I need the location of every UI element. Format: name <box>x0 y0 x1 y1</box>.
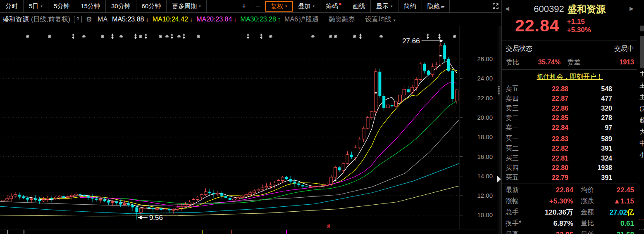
partial-glyph: 中 <box>639 139 644 147</box>
change-amount: +1.15 <box>567 18 591 26</box>
updown-marker-icon <box>72 33 74 39</box>
status-label: 交易状态 <box>502 45 532 53</box>
tool-button-隐藏[interactable]: 隐藏▸▸ <box>422 0 450 12</box>
partial-glyph: 主 <box>639 70 644 78</box>
stat-label: 涨幅 <box>502 197 532 206</box>
gear-icon[interactable]: ⚙ <box>86 15 92 24</box>
tool-button-画线[interactable]: 画线 <box>347 0 371 12</box>
period-button-4[interactable]: 15分钟 <box>75 0 106 12</box>
period-button-7[interactable]: 更多周期▾ <box>167 0 207 12</box>
help-icon[interactable]: ? <box>74 16 82 23</box>
sell-row[interactable]: 卖五22.88548 <box>502 84 637 94</box>
section-divider <box>502 184 637 184</box>
star-marker-icon <box>353 35 356 38</box>
order-volume: 477 <box>568 95 612 102</box>
stat-label: 总手 <box>502 208 532 217</box>
updown-marker-icon <box>183 33 185 39</box>
sell-row[interactable]: 卖三22.86320 <box>502 104 637 113</box>
tool-button-简约[interactable]: 简约 <box>398 0 422 12</box>
order-price: 22.80 <box>527 164 568 172</box>
buy-row[interactable]: 买三22.81324 <box>502 154 637 163</box>
buy-row[interactable]: 买四22.801938 <box>502 163 637 173</box>
buy-row[interactable]: 买五22.79391 <box>502 173 637 183</box>
ma-value-2: MA10:24.42 ↓ <box>153 16 193 23</box>
ma-value-4: MA30:23.28 ↑ <box>241 16 281 23</box>
stat-value-suffix: 亿 <box>627 208 634 216</box>
star-marker-icon <box>101 35 104 38</box>
panel-splitter[interactable] <box>497 13 501 234</box>
stat-value: 22.95 <box>532 231 573 234</box>
zoom-in-button[interactable]: + <box>237 0 251 12</box>
star-marker-icon <box>165 35 169 38</box>
period-button-1[interactable]: 分时 <box>0 0 24 12</box>
order-price: 22.88 <box>527 85 568 93</box>
order-volume: 548 <box>568 85 612 93</box>
period-button-3[interactable]: 5分钟 <box>48 0 75 12</box>
order-price: 22.81 <box>527 155 568 162</box>
period-button-2[interactable]: 5日▾ <box>24 0 48 12</box>
star-marker-icon <box>379 35 383 38</box>
symbol-name: 盛和资源 <box>2 15 29 24</box>
star-marker-icon <box>159 35 162 38</box>
tool-button-叠加-label: 叠加 <box>298 2 311 10</box>
hgt-link[interactable]: 沪股通 <box>299 15 319 24</box>
margin-link[interactable]: 融资融券 <box>329 15 355 24</box>
stat-label: 涨跌 <box>581 197 606 206</box>
divider <box>502 55 637 55</box>
buy-row[interactable]: 买一22.83589 <box>502 134 637 144</box>
tool-button-筹码[interactable]: 筹码 <box>320 0 347 12</box>
period-button-5[interactable]: 30分钟 <box>106 0 136 12</box>
quote-panel: ◀ ▶ 600392 盛和资源 22.84 +1.15 +5.30% 交易状态 … <box>501 0 637 234</box>
sell-queue: 卖五22.88548卖四22.87477卖三22.86320卖二22.85278… <box>502 84 637 133</box>
partial-glyph: 主 <box>639 93 644 101</box>
star-marker-icon <box>311 35 315 38</box>
low-annotation: 9.56 <box>138 214 163 222</box>
partial-button <box>640 36 644 68</box>
open-account-link[interactable]: 抓住机会，即刻开户！ <box>537 73 603 81</box>
order-price: 22.83 <box>527 135 568 143</box>
stat-label: 最高 <box>502 230 532 234</box>
axis-tick-label: 10.00 <box>465 211 493 218</box>
splitter-grip[interactable] <box>498 85 501 95</box>
weibi-value: 35.74% <box>524 59 561 66</box>
caret-down-icon: ▾ <box>391 4 393 8</box>
order-label: 卖五 <box>502 85 527 93</box>
fundflow-panel-partial: 主主主(万超大中小 <box>638 0 644 234</box>
buy-queue: 买一22.83589买二22.82391买三22.81324买四22.80193… <box>502 134 637 183</box>
candles <box>2 43 458 220</box>
star-marker-icon <box>269 35 272 38</box>
stat-label: 换手* <box>502 219 532 228</box>
stat-value: 6.87% <box>532 220 573 228</box>
sell-row[interactable]: 卖一22.8497 <box>502 123 637 133</box>
divider <box>639 229 644 230</box>
stat-value: 22.84 <box>532 186 573 194</box>
stats-grid: 最新22.84均价22.45涨幅+5.30%涨跌▲1.15总手120.36万金额… <box>502 184 637 234</box>
partial-button <box>640 26 644 31</box>
caret-down-icon: ▾ <box>199 4 201 8</box>
period-button-6[interactable]: 60分钟 <box>136 0 167 12</box>
stat-value: 0.61 <box>606 220 637 228</box>
sell-row[interactable]: 卖四22.87477 <box>502 94 637 104</box>
star-marker-icon <box>119 35 123 38</box>
caret-down-icon: ▾ <box>285 4 287 8</box>
order-volume: 1938 <box>568 164 612 172</box>
last-price: 22.84 <box>515 16 560 35</box>
weicha-value: 1913 <box>619 59 637 66</box>
axis-tick-label: 14.00 <box>465 173 493 180</box>
tool-button-叠加[interactable]: 叠加▾ <box>293 0 321 12</box>
order-volume: 97 <box>568 124 612 132</box>
tool-button-显示[interactable]: 显示▾ <box>371 0 398 12</box>
ma-settings-button[interactable]: 设置均线▾ <box>365 15 396 24</box>
tool-button-复权[interactable]: 复权▾ <box>265 1 293 12</box>
buy-row[interactable]: 买二22.82391 <box>502 144 637 154</box>
sell-signal: ŝ <box>327 222 330 229</box>
fullscreen-icon[interactable] <box>490 0 501 12</box>
sell-row[interactable]: 卖二22.85278 <box>502 113 637 123</box>
stat-row: 换手*6.87%量比0.61 <box>502 218 637 229</box>
stat-value: ▲1.15 <box>606 197 637 206</box>
stat-label: 最低 <box>581 230 606 234</box>
star-marker-icon <box>453 35 456 38</box>
period-button-5-label: 30分钟 <box>111 2 131 10</box>
period-button-4-label: 15分钟 <box>81 2 100 10</box>
zoom-out-button[interactable]: − <box>251 0 265 12</box>
